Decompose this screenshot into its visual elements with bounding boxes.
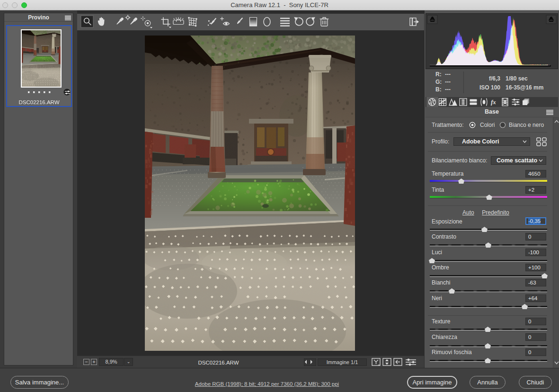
svg-text:fx: fx bbox=[491, 98, 496, 106]
